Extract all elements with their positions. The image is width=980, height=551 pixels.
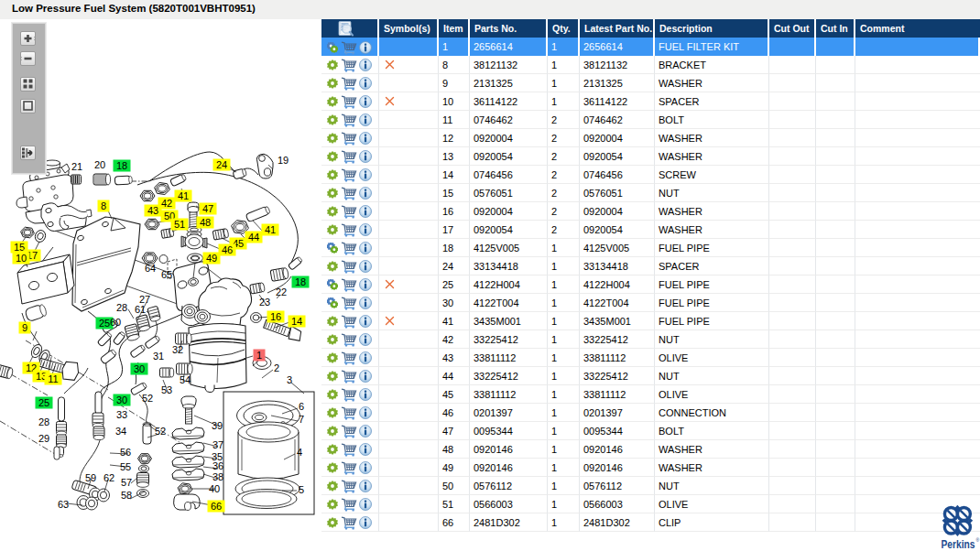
svg-text:40: 40 <box>209 483 220 494</box>
svg-text:49: 49 <box>206 253 217 264</box>
svg-text:32: 32 <box>172 344 183 355</box>
svg-text:25: 25 <box>99 318 110 329</box>
svg-text:47: 47 <box>202 203 213 214</box>
svg-text:19: 19 <box>278 155 289 166</box>
svg-text:51: 51 <box>174 219 185 230</box>
svg-text:28: 28 <box>116 302 127 313</box>
svg-text:34: 34 <box>115 426 126 437</box>
svg-text:33: 33 <box>116 409 127 420</box>
svg-text:28: 28 <box>38 416 49 427</box>
svg-text:18: 18 <box>116 160 127 171</box>
svg-text:7: 7 <box>299 414 304 425</box>
svg-text:30: 30 <box>134 363 145 374</box>
svg-text:22: 22 <box>276 286 287 297</box>
svg-text:20: 20 <box>94 159 105 170</box>
svg-text:57: 57 <box>121 477 132 488</box>
svg-text:25: 25 <box>38 397 49 408</box>
svg-text:56: 56 <box>120 447 131 458</box>
svg-text:10: 10 <box>16 253 27 264</box>
svg-text:62: 62 <box>103 472 114 483</box>
svg-text:29: 29 <box>38 433 49 444</box>
svg-text:Perkins: Perkins <box>942 538 975 551</box>
svg-text:55: 55 <box>120 461 131 472</box>
svg-text:65: 65 <box>161 269 172 280</box>
svg-text:6: 6 <box>299 401 304 412</box>
svg-text:15: 15 <box>14 242 25 253</box>
svg-text:8: 8 <box>101 200 106 211</box>
svg-text:60: 60 <box>110 317 121 328</box>
svg-text:52: 52 <box>142 393 153 404</box>
svg-text:41: 41 <box>265 224 276 235</box>
svg-text:18: 18 <box>295 276 306 287</box>
svg-text:23: 23 <box>259 297 270 308</box>
svg-text:21: 21 <box>71 161 82 172</box>
svg-text:4: 4 <box>297 447 302 458</box>
svg-text:38: 38 <box>212 471 223 482</box>
svg-text:24: 24 <box>216 159 227 170</box>
svg-text:61: 61 <box>135 304 146 315</box>
svg-text:53: 53 <box>161 384 172 395</box>
svg-text:1: 1 <box>256 350 262 361</box>
svg-text:37: 37 <box>212 439 223 450</box>
svg-text:®: ® <box>976 537 980 543</box>
svg-text:59: 59 <box>85 472 96 483</box>
svg-text:36: 36 <box>212 460 223 471</box>
svg-text:39: 39 <box>212 420 223 431</box>
svg-text:46: 46 <box>222 244 233 255</box>
svg-text:5: 5 <box>299 484 304 495</box>
svg-text:16: 16 <box>270 311 281 322</box>
svg-text:63: 63 <box>58 499 69 510</box>
svg-text:31: 31 <box>153 351 164 362</box>
svg-text:44: 44 <box>248 232 259 243</box>
svg-text:30: 30 <box>116 394 127 405</box>
svg-text:52: 52 <box>155 426 166 437</box>
svg-text:64: 64 <box>145 263 156 274</box>
svg-text:43: 43 <box>147 205 158 216</box>
svg-text:58: 58 <box>121 490 132 501</box>
svg-text:11: 11 <box>48 373 58 384</box>
svg-text:42: 42 <box>161 198 172 209</box>
svg-text:3: 3 <box>287 374 292 385</box>
svg-text:54: 54 <box>180 374 191 385</box>
svg-text:41: 41 <box>178 190 189 201</box>
svg-text:9: 9 <box>22 322 27 333</box>
svg-text:14: 14 <box>291 316 302 327</box>
svg-text:2: 2 <box>274 362 279 373</box>
svg-text:66: 66 <box>211 501 222 512</box>
svg-text:48: 48 <box>200 217 211 228</box>
